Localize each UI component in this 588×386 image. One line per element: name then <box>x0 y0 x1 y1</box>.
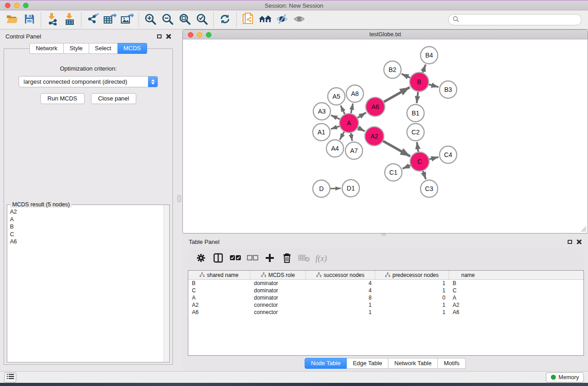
run-mcds-button[interactable]: Run MCDS <box>40 93 85 104</box>
column-header-successor-nodes[interactable]: successor nodes <box>306 271 375 279</box>
export-network-button[interactable] <box>85 12 100 28</box>
zoom-selected-button[interactable] <box>194 12 210 28</box>
table-settings-button[interactable] <box>194 252 208 266</box>
tab-network-table[interactable]: Network Table <box>388 358 438 369</box>
refresh-button[interactable] <box>217 12 233 28</box>
graph-node-D1[interactable]: D1 <box>342 180 359 197</box>
import-table-button[interactable] <box>62 12 77 28</box>
graph-node-B2[interactable]: B2 <box>384 61 401 78</box>
column-header-MCDS-role[interactable]: MCDS role <box>250 271 306 279</box>
tab-network[interactable]: Network <box>29 43 64 54</box>
tab-mcds[interactable]: MCDS <box>118 43 147 54</box>
show-column-button[interactable] <box>211 252 225 266</box>
graph-edge-C-C3[interactable] <box>423 171 425 179</box>
network-minimize-button[interactable] <box>197 32 202 38</box>
memory-button[interactable]: Memory <box>546 372 584 382</box>
graph-node-B4[interactable]: B4 <box>421 47 438 64</box>
export-image-button[interactable] <box>120 12 135 28</box>
network-canvas[interactable]: B4B2BB3A5A8A6A3B1AA1C2A2A4A7C4CC1C3DD1 <box>183 39 588 233</box>
tab-edge-table[interactable]: Edge Table <box>347 358 388 369</box>
mcds-result-list[interactable]: A2ABCA6 <box>7 205 163 362</box>
graph-node-A3[interactable]: A3 <box>313 103 330 120</box>
graph-edge-A-A2[interactable] <box>358 128 365 131</box>
table-row[interactable]: A6connector11A6 <box>188 309 583 316</box>
minimize-window-button[interactable] <box>14 3 19 8</box>
graph-edge-C-C4[interactable] <box>429 157 438 159</box>
column-header-name[interactable]: name <box>449 271 487 279</box>
graph-node-B1[interactable]: B1 <box>407 105 424 122</box>
graph-node-C[interactable]: C <box>410 152 429 171</box>
new-network-from-file-button[interactable] <box>240 12 256 28</box>
graph-node-C2[interactable]: C2 <box>407 124 424 141</box>
horizontal-divider-grip[interactable] <box>382 234 386 236</box>
result-scrollbar[interactable] <box>163 205 169 362</box>
table-row[interactable]: Cdominator41C <box>188 287 583 294</box>
graph-edge-A-A5[interactable] <box>340 105 344 114</box>
network-zoom-button[interactable] <box>206 32 211 38</box>
float-panel-icon[interactable] <box>157 34 162 38</box>
graph-edge-A-A3[interactable] <box>331 115 340 119</box>
table-row[interactable]: A2connector11A2 <box>188 301 583 309</box>
graph-node-A1[interactable]: A1 <box>313 124 330 141</box>
graph-node-A8[interactable]: A8 <box>346 85 363 102</box>
graph-edge-C-C1[interactable] <box>402 165 410 168</box>
tab-node-table[interactable]: Node Table <box>305 358 347 369</box>
tab-motifs[interactable]: Motifs <box>438 358 466 369</box>
zoom-out-button[interactable] <box>160 12 175 28</box>
graph-edge-A-A7[interactable] <box>351 133 352 141</box>
graph-node-B[interactable]: B <box>410 72 429 91</box>
graph-node-A7[interactable]: A7 <box>345 142 363 159</box>
export-table-button[interactable] <box>102 12 118 28</box>
close-table-panel-icon[interactable] <box>577 239 582 244</box>
delete-table-button[interactable] <box>297 252 311 266</box>
optimization-criterion-select[interactable]: largest connected component (directed) <box>19 76 158 87</box>
deselect-all-button[interactable] <box>246 252 259 266</box>
graph-node-D[interactable]: D <box>313 180 330 197</box>
graph-node-A6[interactable]: A6 <box>366 97 385 116</box>
network-close-button[interactable] <box>188 32 193 38</box>
close-panel-button[interactable]: Close panel <box>91 93 137 104</box>
show-selected-button[interactable] <box>292 12 307 28</box>
graph-edge-B-B1[interactable] <box>417 92 418 103</box>
zoom-fit-button[interactable] <box>177 12 192 28</box>
graph-edge-A-A8[interactable] <box>351 104 353 114</box>
graph-edge-A2-C[interactable] <box>383 141 410 157</box>
column-header-shared-name[interactable]: shared name <box>188 271 250 279</box>
graph-edge-A6-B[interactable] <box>384 87 410 102</box>
close-panel-icon[interactable] <box>166 34 171 39</box>
function-builder-button[interactable]: f(x) <box>316 254 327 263</box>
zoom-in-button[interactable] <box>143 12 158 28</box>
graph-node-C4[interactable]: C4 <box>440 146 457 163</box>
graph-node-B3[interactable]: B3 <box>440 81 457 98</box>
graph-node-A4[interactable]: A4 <box>326 140 344 157</box>
search-field[interactable] <box>448 14 582 25</box>
table-row[interactable]: Adominator80A <box>188 294 583 301</box>
close-window-button[interactable] <box>5 3 10 8</box>
horizontal-divider[interactable] <box>182 234 588 236</box>
graph-node-C3[interactable]: C3 <box>421 180 438 197</box>
search-input[interactable] <box>461 17 577 23</box>
delete-column-button[interactable] <box>280 252 294 266</box>
select-all-button[interactable] <box>229 252 242 266</box>
task-history-button[interactable] <box>4 372 16 382</box>
tab-select[interactable]: Select <box>89 43 118 54</box>
zoom-window-button[interactable] <box>23 3 29 8</box>
graph-edge-B-B3[interactable] <box>429 85 438 87</box>
graph-edge-B-B2[interactable] <box>402 74 410 78</box>
graph-edge-B-B4[interactable] <box>423 65 426 73</box>
import-network-button[interactable] <box>45 12 60 28</box>
hide-selected-button[interactable] <box>275 12 290 28</box>
create-column-button[interactable] <box>263 252 277 266</box>
divider-grip[interactable] <box>177 195 181 202</box>
graph-node-C1[interactable]: C1 <box>385 164 402 181</box>
show-all-networks-button[interactable] <box>258 12 273 28</box>
float-table-panel-icon[interactable] <box>568 240 572 244</box>
tab-style[interactable]: Style <box>64 43 89 54</box>
panel-divider[interactable] <box>177 29 182 371</box>
graph-node-A2[interactable]: A2 <box>365 127 384 146</box>
table-row[interactable]: Bdominator41B <box>188 280 583 287</box>
save-session-button[interactable] <box>22 12 37 28</box>
graph-edge-A-A1[interactable] <box>331 126 339 129</box>
graph-node-A5[interactable]: A5 <box>328 88 345 105</box>
graph-node-A[interactable]: A <box>339 114 359 133</box>
